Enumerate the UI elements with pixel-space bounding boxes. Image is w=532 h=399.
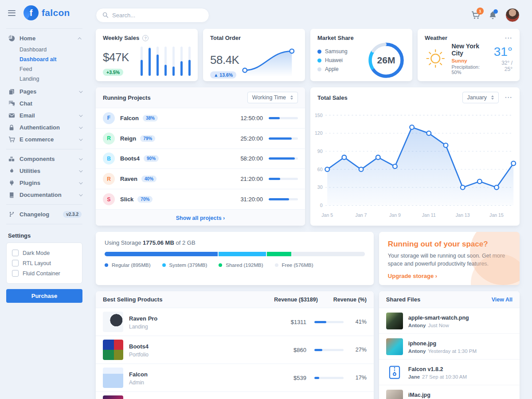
svg-text:Jan 15: Jan 15 xyxy=(489,212,504,218)
settings-card: Dark Mode RTL Layout Fluid Container xyxy=(6,243,82,284)
market-share-title: Market Share xyxy=(317,35,405,41)
card-menu-icon[interactable]: ··· xyxy=(505,36,512,40)
product-revenue: $539 xyxy=(275,375,306,381)
sun-icon xyxy=(425,47,446,70)
working-time-select[interactable]: Working Time xyxy=(247,92,298,103)
running-projects-card: Running Projects Working Time F Falcon 3… xyxy=(96,87,305,226)
file-time: 27 Sep at 10:30 AM xyxy=(422,374,467,379)
revenue-progress-bar xyxy=(314,349,344,351)
svg-text:0: 0 xyxy=(320,203,323,208)
file-thumbnail xyxy=(386,313,403,329)
sidebar-item-utilities[interactable]: Utilities xyxy=(0,165,89,177)
product-name-link[interactable]: Falcon xyxy=(129,371,148,378)
sidebar-item-chat[interactable]: Chat xyxy=(0,98,89,110)
project-name-link[interactable]: Boots4 xyxy=(120,155,140,162)
project-progress-bar xyxy=(269,157,298,160)
sidebar-item-home[interactable]: Home xyxy=(0,32,89,44)
project-name-link[interactable]: Raven xyxy=(120,176,137,182)
project-name-link[interactable]: Reign xyxy=(120,135,136,142)
product-name-link[interactable]: Boots4 xyxy=(129,343,149,350)
fluid-container-label: Fluid Container xyxy=(23,270,60,277)
hamburger-menu-icon[interactable] xyxy=(6,8,17,18)
svg-text:60: 60 xyxy=(317,167,323,172)
sidebar-item-dashboard-alt[interactable]: Dashboard alt xyxy=(0,55,89,64)
falcon-logo-icon: f xyxy=(23,5,39,20)
file-thumbnail xyxy=(386,338,403,355)
rtl-layout-checkbox[interactable] xyxy=(12,260,19,266)
file-name-link[interactable]: apple-smart-watch.png xyxy=(408,315,469,321)
fire-icon xyxy=(8,168,15,174)
cart-button[interactable]: 1 xyxy=(471,11,480,20)
book-icon xyxy=(8,192,15,198)
project-row: S Slick 70% 31:20:00 xyxy=(96,189,305,209)
sidebar-item-landing[interactable]: Landing xyxy=(0,74,89,84)
best-selling-title: Best Selling Products xyxy=(103,296,274,303)
storage-progress-bar xyxy=(105,252,365,256)
file-name-link[interactable]: iMac.jpg xyxy=(408,392,430,398)
project-progress-badge: 38% xyxy=(143,115,158,121)
project-progress-bar xyxy=(269,198,298,200)
sidebar-item-authentication[interactable]: Authentication xyxy=(0,121,89,133)
fluid-container-option: Fluid Container xyxy=(12,268,77,278)
project-progress-bar xyxy=(269,178,298,180)
divider xyxy=(6,28,82,29)
project-progress-badge: 40% xyxy=(141,176,156,182)
dark-mode-checkbox[interactable] xyxy=(12,250,19,256)
product-name-link[interactable]: Raven Pro xyxy=(129,315,157,322)
code-branch-icon xyxy=(8,211,15,217)
sidebar-item-plugins[interactable]: Plugins xyxy=(0,177,89,189)
chevron-up-icon xyxy=(78,37,81,41)
user-avatar[interactable] xyxy=(505,8,520,22)
sidebar-item-documentation[interactable]: Documentation xyxy=(0,189,89,201)
upgrade-storage-link[interactable]: Upgrade storage › xyxy=(388,273,437,279)
shared-files-card: Shared Files View All apple-smart-watch.… xyxy=(379,291,520,399)
card-footer: Show all projects › xyxy=(96,209,305,226)
project-progress-badge: 90% xyxy=(144,155,159,162)
project-name-link[interactable]: Falcon xyxy=(120,115,139,121)
view-all-link[interactable]: View All xyxy=(492,297,512,303)
legend-dot xyxy=(162,263,166,267)
project-avatar: R xyxy=(103,173,115,185)
month-select[interactable]: January xyxy=(462,92,499,103)
sidebar-item-feed[interactable]: Feed xyxy=(0,64,89,74)
card-menu-icon[interactable]: ··· xyxy=(505,96,512,99)
file-name-link[interactable]: iphone.jpg xyxy=(408,340,436,347)
fluid-container-checkbox[interactable] xyxy=(12,270,19,277)
help-icon[interactable]: ? xyxy=(142,35,149,41)
chevron-down-icon xyxy=(79,125,82,129)
chevron-down-icon xyxy=(79,113,82,117)
sidebar-item-pages[interactable]: Pages xyxy=(0,86,89,98)
list-item: iMac.jpg Rowen23 Sep at 6:10 PM xyxy=(379,385,520,399)
sidebar-item-ecommerce[interactable]: E commerce xyxy=(0,133,89,145)
notifications-button[interactable] xyxy=(489,11,497,20)
sidebar-item-dashboard[interactable]: Dashboard xyxy=(0,45,89,55)
project-name-link[interactable]: Slick xyxy=(120,196,133,203)
home-submenu: Dashboard Dashboard alt Feed Landing xyxy=(0,44,89,86)
sidebar: f falcon Home Dashboard Dashboard alt Fe… xyxy=(0,0,89,399)
rtl-layout-label: RTL Layout xyxy=(23,260,51,266)
revenue-progress-bar xyxy=(314,377,344,379)
product-revenue: $1311 xyxy=(275,319,306,325)
table-row: Slick Builder $245 8% xyxy=(96,392,374,399)
file-name-link[interactable]: Falcon v1.8.2 xyxy=(408,366,443,372)
sidebar-item-email[interactable]: Email xyxy=(0,110,89,121)
search-input[interactable] xyxy=(112,12,203,19)
search-box[interactable] xyxy=(96,8,209,23)
sidebar-item-changelog[interactable]: Changelog v2.3.2 xyxy=(0,208,89,220)
weather-condition: Sunny xyxy=(451,58,488,63)
storage-card: Using Storage 1775.06 MB of 2 GB Regular… xyxy=(96,232,374,285)
falcon-logo[interactable]: f falcon xyxy=(23,5,70,20)
market-share-donut-chart: 26M xyxy=(367,41,405,79)
shopping-cart-icon xyxy=(8,136,15,143)
project-progress-bar xyxy=(269,117,298,119)
sidebar-item-components[interactable]: Components xyxy=(0,153,89,165)
storage-usage-text: Using Storage 1775.06 MB of 2 GB xyxy=(105,239,365,246)
file-user: Antony xyxy=(408,323,426,328)
chevron-down-icon xyxy=(79,156,82,160)
show-all-projects-link[interactable]: Show all projects › xyxy=(176,215,225,221)
purchase-button[interactable]: Purchase xyxy=(6,289,82,303)
file-user: Antony xyxy=(408,348,426,354)
project-row: F Falcon 38% 12:50:00 xyxy=(96,108,305,129)
product-thumbnail xyxy=(103,395,123,399)
pages-icon xyxy=(8,89,15,95)
